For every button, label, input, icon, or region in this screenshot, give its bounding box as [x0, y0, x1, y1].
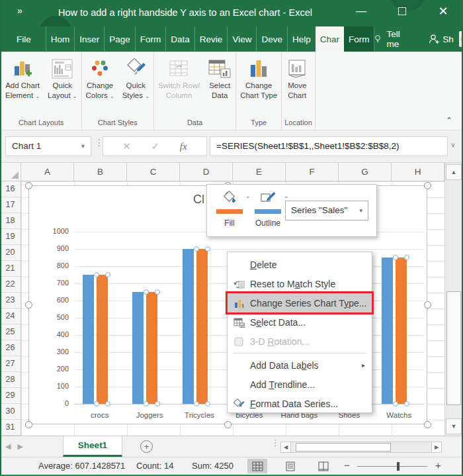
y-axis-label[interactable]: 700 [38, 279, 69, 287]
tab-revie-6[interactable]: Revie [194, 26, 228, 52]
vertical-scrollbar[interactable]: ▲ ▼ [444, 163, 462, 436]
tab-inser-2[interactable]: Inser [74, 26, 104, 52]
collapse-ribbon-icon[interactable]: ⌃ [446, 116, 452, 125]
row-header-24[interactable]: 24 [0, 309, 21, 324]
menu-item-select-data[interactable]: Select Data... [228, 312, 372, 332]
row-header-16[interactable]: 16 [0, 181, 21, 197]
normal-view-icon[interactable] [247, 459, 267, 473]
fill-dropdown-icon[interactable]: ⌄ [245, 193, 251, 199]
horizontal-scrollbar[interactable]: ◀ ▶ [280, 442, 442, 453]
y-axis-label[interactable]: 100 [38, 382, 69, 390]
enter-icon[interactable]: ✓ [151, 140, 160, 152]
cancel-icon[interactable]: ✕ [122, 140, 131, 152]
chart-element-selector[interactable]: Series "Sales" ▾ [285, 201, 368, 220]
formula-input[interactable]: =SERIES(Sheet1!$B$1,,Sheet1!$B$2:$B$8,2) [210, 136, 448, 156]
menu-item-reset-to-match-style[interactable]: Reset to Match Style [228, 274, 372, 293]
minimize-button[interactable]: — [347, 0, 376, 23]
bar-sales-crocs[interactable] [97, 275, 108, 404]
scroll-right-icon[interactable]: ▶ [431, 442, 441, 452]
horizontal-scroll-thumb[interactable] [296, 443, 391, 452]
row-header-25[interactable]: 25 [0, 324, 21, 340]
chart-resize-handle[interactable] [224, 421, 232, 428]
bar-series-1-watchs[interactable] [382, 258, 393, 404]
row-header-30[interactable]: 30 [0, 404, 21, 420]
select-data-button[interactable]: SelectData [204, 56, 235, 102]
tab-form-11[interactable]: Form [344, 26, 375, 52]
chart-resize-handle[interactable] [424, 182, 431, 189]
zoom-slider[interactable] [357, 466, 427, 467]
series-selection-handle[interactable] [155, 289, 160, 295]
chart-resize-handle[interactable] [424, 301, 431, 309]
y-axis-label[interactable]: 900 [38, 244, 69, 252]
series-selection-handle[interactable] [404, 401, 409, 406]
vertical-scroll-thumb[interactable] [446, 291, 461, 405]
series-selection-handle[interactable] [144, 401, 149, 406]
tab-help-9[interactable]: Help [287, 26, 316, 52]
x-axis-label-joggers[interactable]: Joggers [123, 411, 176, 419]
column-header-H[interactable]: H [392, 163, 444, 181]
tab-data-5[interactable]: Data [165, 26, 194, 52]
close-button[interactable]: ✕ [429, 0, 458, 23]
menu-item-delete[interactable]: Delete [228, 255, 372, 274]
tab-hom-1[interactable]: Hom [46, 26, 75, 52]
series-selection-handle[interactable] [205, 246, 210, 252]
y-axis-label[interactable]: 600 [38, 296, 69, 304]
menu-item-add-trendline[interactable]: Add Trendline... [228, 375, 372, 394]
tab-page-3[interactable]: Page [104, 26, 135, 52]
name-box-dropdown-icon[interactable]: ▼ [80, 137, 86, 156]
tab-bar-splitter[interactable]: ⋮ [271, 440, 275, 445]
bar-series-1-crocs[interactable] [83, 275, 94, 404]
selector-dropdown-icon[interactable]: ▾ [359, 201, 362, 220]
series-selection-handle[interactable] [105, 401, 110, 406]
menu-item-add-data-labels[interactable]: Add Data Labels▸ [228, 356, 372, 375]
series-selection-handle[interactable] [404, 255, 409, 260]
chart-resize-handle[interactable] [25, 421, 32, 428]
new-sheet-icon[interactable]: + [140, 440, 153, 453]
name-box[interactable]: Chart 1▼ [5, 136, 91, 156]
chart-title[interactable]: Cl [193, 193, 204, 207]
tab-file-0[interactable]: File [12, 26, 46, 52]
y-axis-label[interactable]: 800 [38, 262, 69, 269]
tab-char-10[interactable]: Char [316, 26, 344, 52]
scroll-down-icon[interactable]: ▼ [446, 418, 462, 434]
bar-series-1-joggers[interactable] [132, 292, 144, 404]
insert-function-icon[interactable]: fx [180, 141, 187, 152]
maximize-button[interactable] [388, 0, 417, 23]
tab-form-4[interactable]: Form [135, 26, 166, 52]
outline-dropdown-icon[interactable]: ⌄ [284, 193, 289, 199]
bar-sales-watchs[interactable] [396, 258, 407, 404]
change-colors-button[interactable]: ChangeColors ⌄ [82, 56, 118, 103]
x-axis-label-tricycles[interactable]: Tricycles [173, 411, 226, 419]
page-break-view-icon[interactable] [314, 459, 333, 473]
fill-button[interactable]: Fill [216, 190, 243, 228]
column-header-A[interactable]: A [21, 163, 74, 181]
chart-resize-handle[interactable] [25, 182, 32, 189]
series-selection-handle[interactable] [94, 401, 99, 406]
add-chart-element-button[interactable]: Add ChartElement ⌄ [1, 56, 44, 103]
row-header-19[interactable]: 19 [0, 229, 21, 245]
x-axis-label-watchs[interactable]: Watchs [372, 411, 425, 419]
series-selection-handle[interactable] [105, 272, 110, 277]
series-selection-handle[interactable] [155, 401, 160, 406]
row-header-23[interactable]: 23 [0, 293, 21, 309]
series-selection-handle[interactable] [393, 401, 398, 406]
column-header-F[interactable]: F [286, 163, 339, 181]
series-selection-handle[interactable] [194, 246, 199, 252]
series-selection-handle[interactable] [205, 401, 210, 406]
column-header-D[interactable]: D [180, 163, 233, 181]
zoom-slider-thumb[interactable] [397, 462, 400, 471]
sheet-nav-arrows[interactable]: ◀▶ [5, 442, 30, 451]
row-header-18[interactable]: 18 [0, 213, 21, 229]
tab-view-7[interactable]: View [227, 26, 256, 52]
y-axis-label[interactable]: 200 [38, 365, 69, 373]
row-header-20[interactable]: 20 [0, 245, 21, 261]
move-chart-button[interactable]: MoveChart [282, 56, 312, 102]
bar-series-1-tricycles[interactable] [183, 249, 194, 404]
row-header-21[interactable]: 21 [0, 261, 21, 277]
quick-access-chevron-icon[interactable]: » [17, 5, 21, 16]
zoom-out-button[interactable]: − [344, 459, 350, 471]
y-axis-label[interactable]: 0 [38, 399, 69, 407]
select-all-button[interactable] [0, 163, 21, 181]
sheet-tab-sheet1[interactable]: Sheet1 [63, 436, 122, 457]
row-header-28[interactable]: 28 [0, 372, 21, 388]
